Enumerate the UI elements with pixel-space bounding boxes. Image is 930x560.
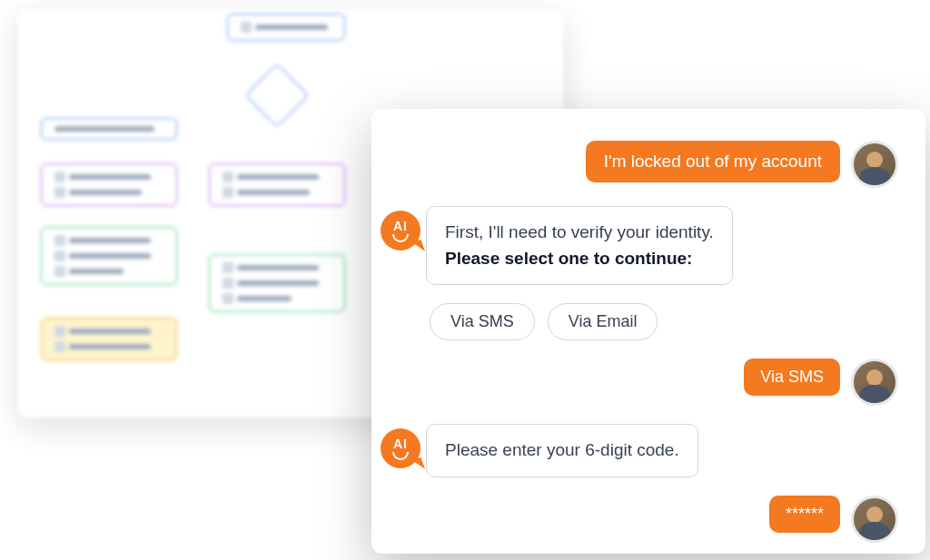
user-avatar <box>851 141 898 188</box>
chat-message-user: I'm locked out of my account <box>426 141 898 188</box>
flowchart-node <box>209 163 345 206</box>
flowchart-decision <box>245 64 310 128</box>
user-bubble-code: ****** <box>769 496 840 533</box>
flowchart-node <box>41 227 177 285</box>
flowchart-node <box>209 254 345 312</box>
user-avatar <box>851 359 898 406</box>
bot-text-line2: Please select one to continue: <box>445 249 692 268</box>
bot-avatar-label: AI <box>393 219 408 233</box>
bot-bubble: First, I'll need to verify your identity… <box>426 206 733 285</box>
flowchart-node <box>41 163 177 206</box>
quick-reply-row: Via SMS Via Email <box>426 303 898 340</box>
flowchart-node <box>227 14 345 41</box>
chat-message-user: Via SMS <box>426 359 898 406</box>
option-email-button[interactable]: Via Email <box>548 303 658 340</box>
chat-message-bot: AI Please enter your 6-digit code. <box>426 424 898 477</box>
bot-text-line1: First, I'll need to verify your identity… <box>445 222 714 241</box>
bot-bubble: Please enter your 6-digit code. <box>426 424 698 477</box>
user-avatar <box>851 496 898 543</box>
bot-avatar: AI <box>381 428 420 468</box>
chat-message-bot: AI First, I'll need to verify your ident… <box>426 206 898 285</box>
chat-message-user: ****** <box>426 496 898 543</box>
chat-panel: I'm locked out of my account AI First, I… <box>371 109 925 554</box>
user-bubble: Via SMS <box>744 359 840 396</box>
bot-avatar-label: AI <box>393 437 408 451</box>
flowchart-node <box>41 118 177 140</box>
user-bubble: I'm locked out of my account <box>586 141 840 182</box>
flowchart-node <box>41 318 177 360</box>
bot-avatar: AI <box>381 211 420 251</box>
option-sms-button[interactable]: Via SMS <box>430 303 535 340</box>
